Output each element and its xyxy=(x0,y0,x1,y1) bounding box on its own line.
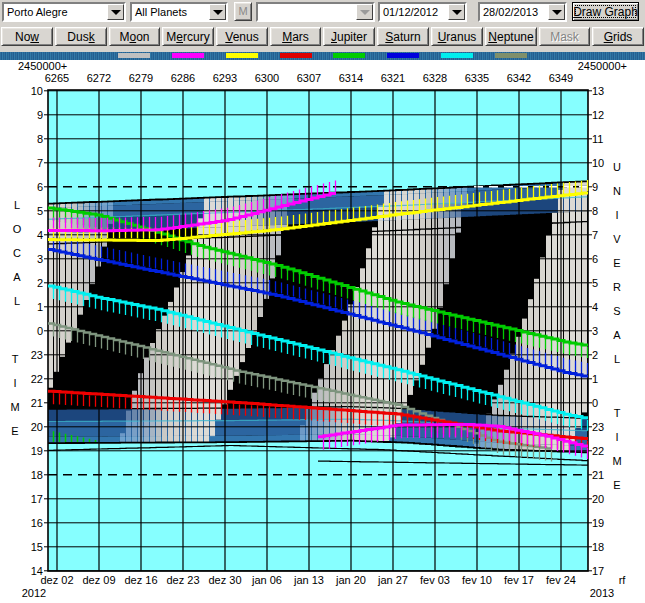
svg-text:6: 6 xyxy=(37,181,43,193)
svg-text:I: I xyxy=(13,377,16,389)
svg-text:U: U xyxy=(613,161,621,173)
svg-text:jan 20: jan 20 xyxy=(335,574,366,586)
svg-text:6349: 6349 xyxy=(549,72,573,84)
svg-text:6265: 6265 xyxy=(45,72,69,84)
svg-text:jan 06: jan 06 xyxy=(251,574,282,586)
svg-text:1: 1 xyxy=(37,301,43,313)
svg-text:6335: 6335 xyxy=(465,72,489,84)
svg-text:20: 20 xyxy=(31,421,43,433)
svg-text:jan 13: jan 13 xyxy=(293,574,324,586)
svg-text:4: 4 xyxy=(37,229,43,241)
svg-text:6321: 6321 xyxy=(381,72,405,84)
svg-text:5: 5 xyxy=(592,277,598,289)
svg-text:6279: 6279 xyxy=(129,72,153,84)
svg-text:fev 03: fev 03 xyxy=(420,574,450,586)
svg-text:dez 09: dez 09 xyxy=(82,574,115,586)
svg-text:R: R xyxy=(613,281,621,293)
svg-text:3: 3 xyxy=(37,253,43,265)
svg-text:dez 16: dez 16 xyxy=(124,574,157,586)
svg-text:18: 18 xyxy=(31,469,43,481)
svg-text:0: 0 xyxy=(592,397,598,409)
svg-text:fev 17: fev 17 xyxy=(504,574,534,586)
svg-text:E: E xyxy=(613,479,620,491)
svg-text:6328: 6328 xyxy=(423,72,447,84)
svg-text:9: 9 xyxy=(37,109,43,121)
svg-text:2450000+: 2450000+ xyxy=(18,60,67,72)
svg-text:N: N xyxy=(613,185,621,197)
svg-text:1: 1 xyxy=(592,373,598,385)
svg-text:6300: 6300 xyxy=(255,72,279,84)
svg-text:23: 23 xyxy=(592,421,604,433)
svg-text:dez 23: dez 23 xyxy=(166,574,199,586)
svg-text:23: 23 xyxy=(31,349,43,361)
svg-text:M: M xyxy=(10,401,19,413)
svg-text:15: 15 xyxy=(31,541,43,553)
svg-text:21: 21 xyxy=(592,469,604,481)
svg-text:A: A xyxy=(13,271,21,283)
svg-text:6286: 6286 xyxy=(171,72,195,84)
svg-text:6: 6 xyxy=(592,253,598,265)
svg-text:2013: 2013 xyxy=(590,587,614,599)
svg-text:T: T xyxy=(12,353,19,365)
svg-text:6342: 6342 xyxy=(507,72,531,84)
svg-text:E: E xyxy=(613,257,620,269)
svg-text:16: 16 xyxy=(31,517,43,529)
svg-text:6314: 6314 xyxy=(339,72,363,84)
svg-text:rf: rf xyxy=(619,574,627,586)
svg-text:fev 10: fev 10 xyxy=(462,574,492,586)
svg-text:2: 2 xyxy=(592,349,598,361)
svg-text:17: 17 xyxy=(31,493,43,505)
svg-text:6272: 6272 xyxy=(87,72,111,84)
svg-text:V: V xyxy=(613,233,621,245)
svg-text:jan 27: jan 27 xyxy=(377,574,408,586)
svg-text:8: 8 xyxy=(37,133,43,145)
svg-text:22: 22 xyxy=(31,373,43,385)
svg-text:T: T xyxy=(614,407,621,419)
svg-text:20: 20 xyxy=(592,493,604,505)
svg-text:2450000+: 2450000+ xyxy=(578,60,627,72)
svg-text:L: L xyxy=(614,353,620,365)
svg-text:7: 7 xyxy=(592,229,598,241)
svg-text:fev 24: fev 24 xyxy=(546,574,576,586)
svg-text:E: E xyxy=(11,425,18,437)
svg-text:A: A xyxy=(613,329,621,341)
svg-text:19: 19 xyxy=(592,517,604,529)
svg-text:21: 21 xyxy=(31,397,43,409)
svg-text:M: M xyxy=(612,455,621,467)
svg-text:3: 3 xyxy=(592,325,598,337)
svg-text:L: L xyxy=(14,199,20,211)
svg-text:I: I xyxy=(615,209,618,221)
svg-text:C: C xyxy=(13,247,21,259)
svg-text:dez 02: dez 02 xyxy=(40,574,73,586)
svg-text:9: 9 xyxy=(592,181,598,193)
svg-text:11: 11 xyxy=(592,133,603,145)
svg-text:8: 8 xyxy=(592,205,598,217)
svg-text:17: 17 xyxy=(592,565,604,577)
svg-text:7: 7 xyxy=(37,157,43,169)
svg-text:O: O xyxy=(13,223,22,235)
svg-text:4: 4 xyxy=(592,301,598,313)
svg-text:5: 5 xyxy=(37,205,43,217)
svg-text:10: 10 xyxy=(592,157,604,169)
svg-text:S: S xyxy=(613,305,620,317)
svg-text:0: 0 xyxy=(37,325,43,337)
svg-text:22: 22 xyxy=(592,445,604,457)
svg-text:19: 19 xyxy=(31,445,43,457)
svg-text:2: 2 xyxy=(37,277,43,289)
svg-text:18: 18 xyxy=(592,541,604,553)
svg-text:13: 13 xyxy=(592,85,604,97)
svg-text:dez 30: dez 30 xyxy=(208,574,241,586)
svg-text:6293: 6293 xyxy=(213,72,237,84)
svg-text:12: 12 xyxy=(592,109,604,121)
svg-text:6307: 6307 xyxy=(297,72,321,84)
svg-text:2012: 2012 xyxy=(22,587,46,599)
svg-text:L: L xyxy=(14,295,20,307)
svg-text:I: I xyxy=(615,431,618,443)
svg-text:10: 10 xyxy=(31,85,43,97)
